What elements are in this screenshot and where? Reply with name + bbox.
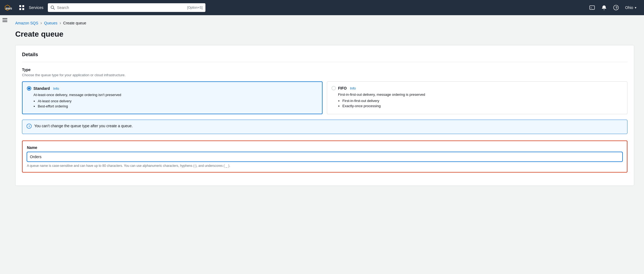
name-label: Name xyxy=(27,145,623,150)
grid-icon[interactable] xyxy=(19,5,24,10)
standard-bullets: At-least once delivery Best-effort order… xyxy=(27,99,318,108)
region-label: Ohio xyxy=(625,5,633,10)
standard-subtitle: At-least-once delivery, message ordering… xyxy=(33,93,318,97)
details-section-title: Details xyxy=(22,52,627,62)
fifo-bullet-1: First-in-first-out delivery xyxy=(342,99,623,103)
breadcrumb-amazon-sqs[interactable]: Amazon SQS xyxy=(15,21,38,25)
standard-radio[interactable] xyxy=(27,86,31,91)
search-input[interactable] xyxy=(57,5,185,10)
svg-rect-12 xyxy=(2,18,7,19)
fifo-bullets: First-in-first-out delivery Exactly-once… xyxy=(332,99,623,108)
info-banner-text: You can't change the queue type after yo… xyxy=(34,124,133,128)
cloudshell-icon[interactable]: >_ xyxy=(587,3,598,12)
breadcrumb-queues[interactable]: Queues xyxy=(44,21,57,25)
fifo-info-link[interactable]: Info xyxy=(350,86,356,90)
queue-type-grid: Standard Info At-least-once delivery, me… xyxy=(22,81,627,114)
svg-text:i: i xyxy=(29,125,30,128)
nav-right-actions: >_ ? Ohio ▼ xyxy=(587,3,640,12)
svg-rect-4 xyxy=(19,8,21,10)
type-label: Type xyxy=(22,68,627,72)
fifo-bullet-2: Exactly-once processing xyxy=(342,104,623,108)
main-content: Amazon SQS › Queues › Create queue Creat… xyxy=(0,15,644,274)
help-icon[interactable]: ? xyxy=(611,3,621,12)
standard-queue-option[interactable]: Standard Info At-least-once delivery, me… xyxy=(22,81,323,114)
services-label[interactable]: Services xyxy=(29,5,43,10)
region-selector[interactable]: Ohio ▼ xyxy=(623,5,640,10)
breadcrumb-current: Create queue xyxy=(63,21,86,25)
type-description: Choose the queue type for your applicati… xyxy=(22,73,627,77)
svg-rect-13 xyxy=(2,20,7,20)
svg-rect-3 xyxy=(22,5,24,7)
fifo-radio[interactable] xyxy=(332,86,336,90)
standard-info-link[interactable]: Info xyxy=(53,87,59,91)
fifo-queue-option[interactable]: FIFO Info First-in-first-out delivery, m… xyxy=(327,81,627,114)
details-card: Details Type Choose the queue type for y… xyxy=(15,45,634,186)
breadcrumb-sep-2: › xyxy=(60,21,61,26)
name-hint: A queue name is case-sensitive and can h… xyxy=(27,164,623,168)
search-bar[interactable]: [Option+S] xyxy=(48,3,205,12)
search-icon xyxy=(51,5,55,10)
region-chevron-icon: ▼ xyxy=(634,6,637,9)
svg-text:>_: >_ xyxy=(590,7,593,9)
top-navigation: ⬡ aws Services [Option+S] >_ xyxy=(0,0,644,15)
svg-point-6 xyxy=(51,6,54,9)
svg-rect-5 xyxy=(22,8,24,10)
sidebar-toggle[interactable] xyxy=(0,15,10,25)
name-section: Name A queue name is case-sensitive and … xyxy=(22,141,627,173)
standard-bullet-2: Best-effort ordering xyxy=(38,104,318,108)
fifo-subtitle: First-in-first-out delivery, message ord… xyxy=(338,93,623,97)
standard-bullet-1: At-least once delivery xyxy=(38,99,318,103)
svg-text:?: ? xyxy=(615,6,617,10)
svg-rect-2 xyxy=(19,5,21,7)
name-input[interactable] xyxy=(27,152,623,162)
info-circle-icon: i xyxy=(27,124,32,130)
breadcrumb-sep-1: › xyxy=(40,21,42,26)
svg-line-7 xyxy=(53,8,55,10)
notifications-icon[interactable] xyxy=(599,3,609,12)
info-banner: i You can't change the queue type after … xyxy=(22,120,627,134)
svg-text:aws: aws xyxy=(5,6,12,10)
fifo-title: FIFO xyxy=(338,86,347,90)
aws-logo[interactable]: ⬡ aws xyxy=(4,2,15,13)
standard-title: Standard xyxy=(33,86,50,91)
svg-rect-14 xyxy=(2,21,7,22)
type-section: Type Choose the queue type for your appl… xyxy=(22,68,627,173)
fifo-option-header: FIFO Info xyxy=(332,86,623,90)
search-shortcut: [Option+S] xyxy=(187,6,203,9)
page-title: Create queue xyxy=(15,30,634,39)
breadcrumb: Amazon SQS › Queues › Create queue xyxy=(15,21,634,26)
standard-option-header: Standard Info xyxy=(27,86,318,91)
